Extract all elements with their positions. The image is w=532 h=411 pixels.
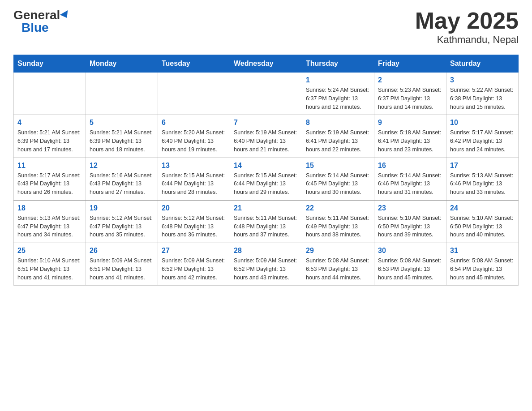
- calendar-cell: 9Sunrise: 5:18 AM Sunset: 6:41 PM Daylig…: [374, 115, 446, 158]
- day-number: 11: [17, 162, 82, 170]
- day-info: Sunrise: 5:12 AM Sunset: 6:47 PM Dayligh…: [90, 214, 154, 239]
- calendar-cell: 30Sunrise: 5:08 AM Sunset: 6:53 PM Dayli…: [374, 243, 446, 286]
- calendar-cell: 15Sunrise: 5:14 AM Sunset: 6:45 PM Dayli…: [302, 158, 374, 200]
- day-number: 14: [234, 162, 298, 170]
- calendar-cell: 6Sunrise: 5:20 AM Sunset: 6:40 PM Daylig…: [158, 115, 230, 158]
- day-number: 1: [306, 76, 370, 84]
- day-number: 13: [162, 162, 226, 170]
- calendar-cell: 5Sunrise: 5:21 AM Sunset: 6:39 PM Daylig…: [86, 115, 158, 158]
- calendar-cell: 20Sunrise: 5:12 AM Sunset: 6:48 PM Dayli…: [158, 200, 230, 243]
- day-number: 26: [90, 247, 154, 255]
- day-info: Sunrise: 5:19 AM Sunset: 6:40 PM Dayligh…: [234, 128, 298, 154]
- calendar-cell: 21Sunrise: 5:11 AM Sunset: 6:48 PM Dayli…: [230, 200, 302, 243]
- days-of-week-row: SundayMondayTuesdayWednesdayThursdayFrid…: [14, 55, 519, 73]
- calendar-week-row: 11Sunrise: 5:17 AM Sunset: 6:43 PM Dayli…: [14, 158, 519, 200]
- day-info: Sunrise: 5:20 AM Sunset: 6:40 PM Dayligh…: [162, 128, 226, 154]
- day-info: Sunrise: 5:18 AM Sunset: 6:41 PM Dayligh…: [378, 128, 442, 154]
- calendar-cell: 22Sunrise: 5:11 AM Sunset: 6:49 PM Dayli…: [302, 200, 374, 243]
- calendar-week-row: 18Sunrise: 5:13 AM Sunset: 6:47 PM Dayli…: [14, 200, 519, 243]
- calendar-table: SundayMondayTuesdayWednesdayThursdayFrid…: [13, 55, 519, 286]
- day-of-week-header: Sunday: [14, 55, 86, 73]
- calendar-cell: 26Sunrise: 5:09 AM Sunset: 6:51 PM Dayli…: [86, 243, 158, 286]
- day-number: 17: [450, 162, 515, 170]
- day-info: Sunrise: 5:13 AM Sunset: 6:47 PM Dayligh…: [17, 214, 82, 239]
- day-info: Sunrise: 5:12 AM Sunset: 6:48 PM Dayligh…: [162, 214, 226, 239]
- day-info: Sunrise: 5:09 AM Sunset: 6:51 PM Dayligh…: [90, 257, 154, 282]
- calendar-body: 1Sunrise: 5:24 AM Sunset: 6:37 PM Daylig…: [14, 73, 519, 286]
- day-of-week-header: Wednesday: [230, 55, 302, 73]
- day-number: 8: [306, 119, 370, 127]
- calendar-cell: 7Sunrise: 5:19 AM Sunset: 6:40 PM Daylig…: [230, 115, 302, 158]
- calendar-cell: 23Sunrise: 5:10 AM Sunset: 6:50 PM Dayli…: [374, 200, 446, 243]
- calendar-cell: 10Sunrise: 5:17 AM Sunset: 6:42 PM Dayli…: [446, 115, 519, 158]
- day-number: 5: [90, 119, 154, 127]
- calendar-cell: 14Sunrise: 5:15 AM Sunset: 6:44 PM Dayli…: [230, 158, 302, 200]
- day-number: 21: [234, 204, 298, 212]
- day-number: 4: [17, 119, 82, 127]
- day-of-week-header: Monday: [86, 55, 158, 73]
- calendar-cell: [86, 73, 158, 115]
- day-info: Sunrise: 5:10 AM Sunset: 6:50 PM Dayligh…: [378, 214, 442, 239]
- calendar-cell: 31Sunrise: 5:08 AM Sunset: 6:54 PM Dayli…: [446, 243, 519, 286]
- calendar-week-row: 4Sunrise: 5:21 AM Sunset: 6:39 PM Daylig…: [14, 115, 519, 158]
- day-number: 23: [378, 204, 442, 212]
- day-info: Sunrise: 5:17 AM Sunset: 6:43 PM Dayligh…: [17, 171, 82, 197]
- day-info: Sunrise: 5:14 AM Sunset: 6:46 PM Dayligh…: [378, 171, 442, 197]
- calendar-cell: 13Sunrise: 5:15 AM Sunset: 6:44 PM Dayli…: [158, 158, 230, 200]
- day-info: Sunrise: 5:09 AM Sunset: 6:52 PM Dayligh…: [234, 257, 298, 282]
- day-number: 28: [234, 247, 298, 255]
- day-info: Sunrise: 5:08 AM Sunset: 6:54 PM Dayligh…: [450, 257, 515, 282]
- day-number: 2: [378, 76, 442, 84]
- calendar-cell: 16Sunrise: 5:14 AM Sunset: 6:46 PM Dayli…: [374, 158, 446, 200]
- calendar-location: Kathmandu, Nepal: [415, 34, 519, 46]
- day-number: 10: [450, 119, 515, 127]
- calendar-cell: [158, 73, 230, 115]
- day-number: 30: [378, 247, 442, 255]
- day-info: Sunrise: 5:15 AM Sunset: 6:44 PM Dayligh…: [234, 171, 298, 197]
- day-info: Sunrise: 5:08 AM Sunset: 6:53 PM Dayligh…: [306, 257, 370, 282]
- day-info: Sunrise: 5:21 AM Sunset: 6:39 PM Dayligh…: [17, 128, 82, 154]
- calendar-cell: [14, 73, 86, 115]
- day-number: 24: [450, 204, 515, 212]
- calendar-title: May 2025: [415, 9, 519, 32]
- page-header: General Blue May 2025 Kathmandu, Nepal: [13, 9, 519, 46]
- day-info: Sunrise: 5:09 AM Sunset: 6:52 PM Dayligh…: [162, 257, 226, 282]
- day-info: Sunrise: 5:13 AM Sunset: 6:46 PM Dayligh…: [450, 171, 515, 197]
- day-number: 20: [162, 204, 226, 212]
- day-number: 22: [306, 204, 370, 212]
- day-info: Sunrise: 5:19 AM Sunset: 6:41 PM Dayligh…: [306, 128, 370, 154]
- day-info: Sunrise: 5:23 AM Sunset: 6:37 PM Dayligh…: [378, 86, 442, 111]
- day-info: Sunrise: 5:16 AM Sunset: 6:43 PM Dayligh…: [90, 171, 154, 197]
- day-info: Sunrise: 5:11 AM Sunset: 6:49 PM Dayligh…: [306, 214, 370, 239]
- calendar-cell: 4Sunrise: 5:21 AM Sunset: 6:39 PM Daylig…: [14, 115, 86, 158]
- calendar-cell: 19Sunrise: 5:12 AM Sunset: 6:47 PM Dayli…: [86, 200, 158, 243]
- day-info: Sunrise: 5:14 AM Sunset: 6:45 PM Dayligh…: [306, 171, 370, 197]
- day-number: 9: [378, 119, 442, 127]
- day-number: 12: [90, 162, 154, 170]
- day-number: 15: [306, 162, 370, 170]
- day-number: 3: [450, 76, 515, 84]
- calendar-cell: 27Sunrise: 5:09 AM Sunset: 6:52 PM Dayli…: [158, 243, 230, 286]
- day-of-week-header: Saturday: [446, 55, 519, 73]
- day-of-week-header: Friday: [374, 55, 446, 73]
- calendar-week-row: 25Sunrise: 5:10 AM Sunset: 6:51 PM Dayli…: [14, 243, 519, 286]
- day-number: 6: [162, 119, 226, 127]
- day-info: Sunrise: 5:10 AM Sunset: 6:50 PM Dayligh…: [450, 214, 515, 239]
- day-info: Sunrise: 5:15 AM Sunset: 6:44 PM Dayligh…: [162, 171, 226, 197]
- calendar-cell: 2Sunrise: 5:23 AM Sunset: 6:37 PM Daylig…: [374, 73, 446, 115]
- day-number: 18: [17, 204, 82, 212]
- logo: General Blue: [13, 9, 70, 34]
- day-number: 27: [162, 247, 226, 255]
- day-info: Sunrise: 5:21 AM Sunset: 6:39 PM Dayligh…: [90, 128, 154, 154]
- calendar-cell: 25Sunrise: 5:10 AM Sunset: 6:51 PM Dayli…: [14, 243, 86, 286]
- calendar-cell: 29Sunrise: 5:08 AM Sunset: 6:53 PM Dayli…: [302, 243, 374, 286]
- title-block: May 2025 Kathmandu, Nepal: [415, 9, 519, 46]
- day-number: 31: [450, 247, 515, 255]
- calendar-cell: 17Sunrise: 5:13 AM Sunset: 6:46 PM Dayli…: [446, 158, 519, 200]
- logo-arrow-icon: [60, 10, 71, 20]
- calendar-header: SundayMondayTuesdayWednesdayThursdayFrid…: [14, 55, 519, 73]
- calendar-cell: 3Sunrise: 5:22 AM Sunset: 6:38 PM Daylig…: [446, 73, 519, 115]
- calendar-cell: 11Sunrise: 5:17 AM Sunset: 6:43 PM Dayli…: [14, 158, 86, 200]
- calendar-cell: 18Sunrise: 5:13 AM Sunset: 6:47 PM Dayli…: [14, 200, 86, 243]
- day-info: Sunrise: 5:17 AM Sunset: 6:42 PM Dayligh…: [450, 128, 515, 154]
